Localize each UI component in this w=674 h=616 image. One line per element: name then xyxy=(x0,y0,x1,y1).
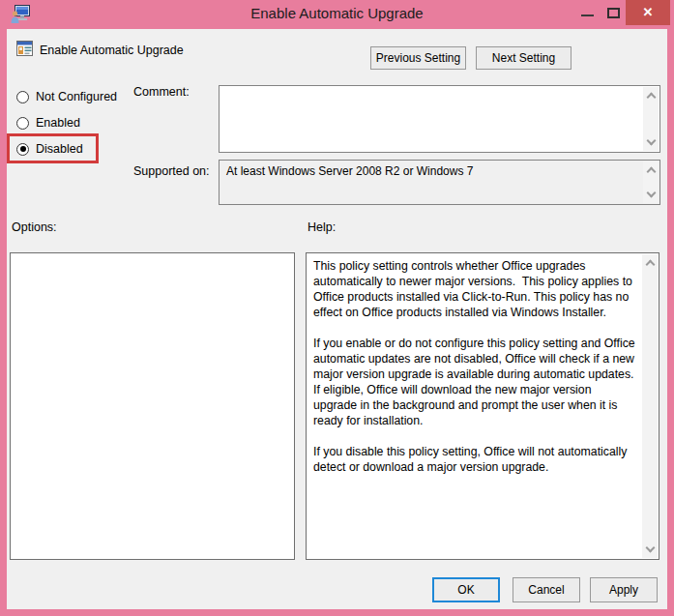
help-label: Help: xyxy=(308,220,336,234)
close-icon: ✕ xyxy=(643,5,654,19)
maximize-button[interactable] xyxy=(604,4,624,23)
comment-scrollbar[interactable] xyxy=(643,87,659,151)
close-button[interactable]: ✕ xyxy=(626,0,670,25)
ok-button[interactable]: OK xyxy=(432,577,500,602)
radio-icon xyxy=(16,91,29,103)
dialog-body: Enable Automatic Upgrade Previous Settin… xyxy=(7,29,667,609)
help-scrollbar[interactable] xyxy=(642,254,658,558)
policy-setting-icon xyxy=(16,41,33,56)
scroll-down-icon[interactable] xyxy=(646,189,656,198)
radio-enabled[interactable]: Enabled xyxy=(16,116,80,130)
scroll-up-icon[interactable] xyxy=(645,260,655,270)
radio-not-configured[interactable]: Not Configured xyxy=(16,90,117,103)
next-setting-button[interactable]: Next Setting xyxy=(476,46,571,70)
radio-icon xyxy=(16,143,29,156)
previous-setting-button[interactable]: Previous Setting xyxy=(370,46,466,70)
policy-setting-dialog: Enable Automatic Upgrade ✕ Enable Automa… xyxy=(0,0,674,616)
help-panel: This policy setting controls whether Off… xyxy=(306,252,659,560)
radio-label: Enabled xyxy=(36,116,80,130)
radio-icon xyxy=(16,117,29,130)
minimize-icon xyxy=(581,15,594,16)
policy-name: Enable Automatic Upgrade xyxy=(40,44,184,57)
titlebar[interactable]: Enable Automatic Upgrade ✕ xyxy=(0,0,674,29)
radio-label: Not Configured xyxy=(36,90,117,103)
supported-on-value: At least Windows Server 2008 R2 or Windo… xyxy=(226,164,638,178)
apply-button[interactable]: Apply xyxy=(590,577,658,602)
supported-on-label: Supported on: xyxy=(133,164,210,178)
help-text: This policy setting controls whether Off… xyxy=(313,258,637,554)
comment-label: Comment: xyxy=(133,85,190,99)
scroll-up-icon[interactable] xyxy=(646,167,656,177)
options-label: Options: xyxy=(12,220,57,234)
maximize-icon xyxy=(607,8,620,18)
minimize-button[interactable] xyxy=(578,6,598,23)
radio-label: Disabled xyxy=(36,142,83,156)
supported-scrollbar[interactable] xyxy=(643,161,659,203)
scroll-down-icon[interactable] xyxy=(645,543,655,553)
options-panel xyxy=(10,252,295,560)
comment-input[interactable] xyxy=(219,85,660,153)
supported-on-field: At least Windows Server 2008 R2 or Windo… xyxy=(219,160,660,205)
radio-disabled[interactable]: Disabled xyxy=(16,142,83,156)
window-title: Enable Automatic Upgrade xyxy=(0,5,674,21)
scroll-down-icon[interactable] xyxy=(646,136,656,146)
cancel-button[interactable]: Cancel xyxy=(513,577,580,602)
scroll-up-icon[interactable] xyxy=(646,93,656,103)
